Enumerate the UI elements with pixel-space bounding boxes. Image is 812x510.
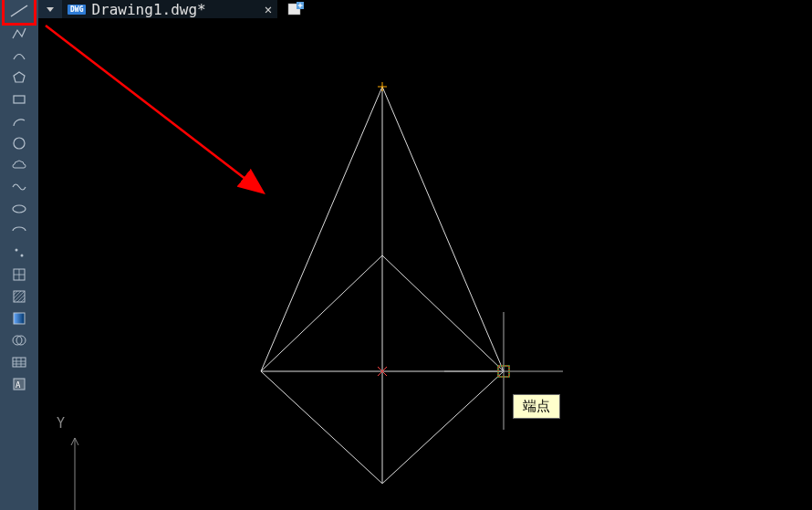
svg-rect-16 — [14, 313, 25, 324]
svg-rect-19 — [13, 358, 26, 367]
tab-title: Drawing1.dwg* — [91, 1, 205, 18]
gradient-tool[interactable] — [11, 310, 27, 327]
region-tool[interactable] — [11, 332, 27, 349]
svg-point-5 — [16, 249, 18, 252]
arc-tool[interactable] — [11, 113, 27, 130]
mtext-tool[interactable]: A — [11, 376, 27, 392]
svg-text:A: A — [16, 380, 21, 390]
svg-point-6 — [21, 255, 24, 257]
draw-toolbar: A — [0, 0, 38, 510]
ucs-indicator — [71, 438, 78, 510]
hatch-tool[interactable] — [11, 288, 27, 305]
svg-line-35 — [261, 255, 382, 371]
point-tool[interactable] — [11, 245, 27, 261]
svg-rect-2 — [14, 96, 25, 103]
svg-line-36 — [382, 255, 504, 371]
close-tab-icon[interactable]: ✕ — [265, 2, 272, 16]
snap-tooltip: 端点 — [513, 394, 560, 419]
svg-line-34 — [382, 87, 504, 371]
block-tool[interactable] — [11, 266, 27, 283]
ellipse-arc-tool[interactable] — [11, 223, 27, 239]
drawing-canvas[interactable]: Y — [38, 18, 812, 510]
svg-line-12 — [14, 291, 21, 298]
svg-line-11 — [14, 291, 17, 295]
svg-line-14 — [17, 295, 25, 302]
active-document-tab[interactable]: DWG Drawing1.dwg* ✕ — [62, 0, 277, 18]
top-vertex-marker — [378, 82, 387, 91]
circle-tool[interactable] — [11, 135, 27, 151]
arc-segment-tool[interactable] — [11, 47, 27, 64]
svg-point-4 — [13, 205, 26, 213]
new-tab-button[interactable] — [285, 0, 307, 18]
polygon-tool[interactable] — [11, 69, 27, 86]
spline-tool[interactable] — [11, 179, 27, 195]
tab-list-dropdown[interactable] — [38, 0, 62, 18]
svg-point-3 — [14, 138, 25, 149]
svg-marker-1 — [14, 72, 25, 82]
y-axis-label: Y — [57, 415, 65, 432]
line-tool[interactable] — [7, 2, 31, 20]
svg-line-33 — [261, 87, 382, 371]
svg-marker-26 — [47, 7, 54, 12]
document-tabs: DWG Drawing1.dwg* ✕ — [38, 0, 307, 18]
svg-line-38 — [382, 371, 504, 484]
svg-line-37 — [261, 371, 382, 484]
drawing-geometry — [261, 87, 504, 484]
table-tool[interactable] — [11, 354, 27, 370]
polyline-tool[interactable] — [11, 26, 27, 42]
ellipse-tool[interactable] — [11, 201, 27, 217]
svg-line-0 — [11, 5, 27, 16]
annotation-arrow — [46, 26, 262, 192]
rectangle-tool[interactable] — [11, 91, 27, 108]
cloud-tool[interactable] — [11, 157, 27, 173]
dwg-file-icon: DWG — [68, 5, 86, 15]
svg-line-15 — [21, 298, 25, 302]
